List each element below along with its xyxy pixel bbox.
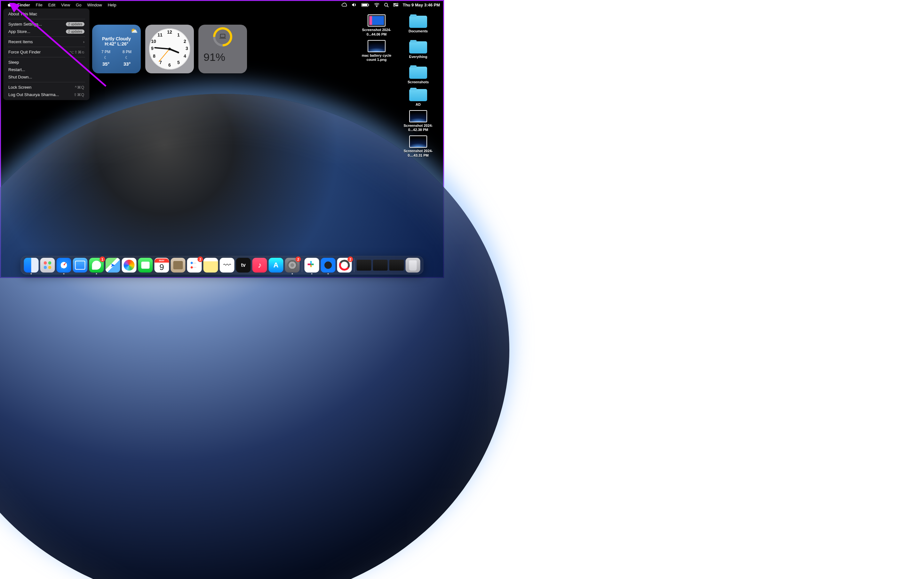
battery-widget[interactable]: 91% xyxy=(198,25,247,74)
svg-point-3 xyxy=(376,6,377,7)
screenshot-thumb-icon xyxy=(368,15,386,26)
apple-menu-item[interactable]: System Settings...2 updates xyxy=(5,21,88,28)
apple-menu-item[interactable]: Sleep xyxy=(5,59,88,66)
dock-app-messages[interactable]: 1 xyxy=(89,258,104,273)
laptop-icon xyxy=(219,34,226,40)
svg-rect-5 xyxy=(393,3,396,5)
desktop-item[interactable]: Screenshot 2024-0...42.38 PM xyxy=(399,110,437,132)
desktop-item[interactable]: mac battery cycle count 1.png xyxy=(357,40,396,62)
svg-rect-10 xyxy=(220,34,225,37)
weather-widget[interactable]: ⛅ Partly Cloudy H:42° L:26° 7 PM☾35° 8 P… xyxy=(92,25,141,74)
moon-icon: ☾ xyxy=(104,56,108,60)
dock-app-maps[interactable] xyxy=(106,258,120,273)
dock-app-settings[interactable]: 2 xyxy=(285,258,300,273)
apple-menu-item[interactable]: Shut Down... xyxy=(5,74,88,81)
desktop-item[interactable]: Screenshots xyxy=(399,65,437,85)
battery-percent: 91% xyxy=(204,51,225,64)
dock-trash[interactable] xyxy=(406,258,420,273)
dock-app-calendar[interactable]: MAY9 xyxy=(155,258,169,273)
dock-app-notes[interactable] xyxy=(204,258,218,273)
dock-app-music[interactable] xyxy=(253,258,267,273)
desktop-item[interactable]: Everything xyxy=(399,40,437,62)
apple-menu-item[interactable]: Recent Items› xyxy=(5,38,88,46)
menubar-datetime[interactable]: Thu 9 May 3:46 PM xyxy=(403,3,440,7)
dock-app-opera[interactable]: 2 xyxy=(337,258,352,273)
menu-file[interactable]: File xyxy=(33,3,46,7)
dock-app-photos[interactable] xyxy=(122,258,137,273)
dock-app-freeform[interactable] xyxy=(220,258,235,273)
dock-app-quicktime[interactable] xyxy=(321,258,336,273)
dock-minimized-window[interactable] xyxy=(357,260,372,271)
desktop-item[interactable]: Screenshot 2024-0...44.06 PM xyxy=(357,15,396,37)
dock-minimized-window[interactable] xyxy=(373,260,388,271)
dock-app-facetime[interactable] xyxy=(138,258,153,273)
folder-icon xyxy=(409,65,427,79)
apple-menu-item[interactable]: App Store...2 updates xyxy=(5,28,88,35)
control-center-icon[interactable] xyxy=(393,3,398,7)
svg-point-4 xyxy=(385,3,388,6)
moon-icon: ☾ xyxy=(125,56,129,60)
menu-bar: Finder File Edit View Go Window Help Thu… xyxy=(1,1,443,9)
dock-app-contacts[interactable] xyxy=(171,258,186,273)
svg-point-8 xyxy=(394,5,395,6)
apple-menu-button[interactable] xyxy=(4,3,15,7)
apple-menu-item[interactable]: About This Mac xyxy=(5,10,88,18)
apple-menu-item[interactable]: Lock Screen^⌘Q xyxy=(5,83,88,91)
menu-edit[interactable]: Edit xyxy=(46,3,58,7)
dock-app-reminders[interactable]: 2 xyxy=(187,258,202,273)
dock-app-finder[interactable] xyxy=(24,258,39,273)
svg-rect-2 xyxy=(368,4,369,5)
dock-app-slack[interactable] xyxy=(305,258,319,273)
dock: 1MAY9222 xyxy=(21,256,424,275)
dock-app-launchpad[interactable] xyxy=(40,258,55,273)
analog-clock-face: 12 1 2 3 4 5 6 7 8 9 10 11 xyxy=(149,28,190,69)
menu-view[interactable]: View xyxy=(58,3,73,7)
menu-help[interactable]: Help xyxy=(105,3,119,7)
screenshot-thumb-icon xyxy=(368,40,386,52)
desktop-item[interactable]: AD xyxy=(399,88,437,107)
widget-row: ⛅ Partly Cloudy H:42° L:26° 7 PM☾35° 8 P… xyxy=(92,25,247,74)
apple-menu-item[interactable]: Log Out Shaurya Sharma...⇧⌘Q xyxy=(5,91,88,98)
desktop-item[interactable]: Documents xyxy=(399,15,437,37)
dock-app-tv[interactable] xyxy=(236,258,251,273)
apple-menu-item[interactable]: Restart... xyxy=(5,66,88,74)
screenshot-thumb-icon xyxy=(409,136,427,148)
desktop-icons-grid: Screenshot 2024-0...44.06 PMDocumentsmac… xyxy=(357,15,437,158)
creative-cloud-icon[interactable] xyxy=(341,3,347,7)
menubar-app-name[interactable]: Finder xyxy=(15,3,33,7)
weather-glyph-icon: ⛅ xyxy=(130,27,138,34)
folder-icon xyxy=(409,88,427,101)
spotlight-icon[interactable] xyxy=(384,3,389,7)
battery-ring-icon xyxy=(209,25,236,50)
weather-high-low: H:42° L:26° xyxy=(95,41,138,46)
dock-app-mail[interactable] xyxy=(73,258,88,273)
volume-icon[interactable] xyxy=(352,3,357,7)
battery-icon[interactable] xyxy=(361,3,370,7)
desktop-item[interactable]: Screenshot 2024-0....43.31 PM xyxy=(399,136,437,158)
apple-menu-dropdown: About This MacSystem Settings...2 update… xyxy=(3,9,89,100)
svg-point-6 xyxy=(396,3,398,5)
apple-menu-item[interactable]: Force Quit Finder⌥⇧⌘⎋ xyxy=(5,48,88,56)
svg-rect-7 xyxy=(395,5,398,7)
wifi-icon[interactable] xyxy=(374,3,380,7)
dock-app-appstore[interactable] xyxy=(269,258,284,273)
screenshot-thumb-icon xyxy=(409,110,427,122)
dock-app-safari[interactable] xyxy=(57,258,71,273)
menu-go[interactable]: Go xyxy=(73,3,84,7)
dock-minimized-window[interactable] xyxy=(389,260,404,271)
menu-window[interactable]: Window xyxy=(84,3,104,7)
svg-rect-1 xyxy=(362,4,367,6)
clock-widget[interactable]: 12 1 2 3 4 5 6 7 8 9 10 11 xyxy=(145,25,194,74)
folder-icon xyxy=(409,15,427,28)
desktop-screen: Finder File Edit View Go Window Help Thu… xyxy=(0,0,444,278)
weather-condition: Partly Cloudy xyxy=(95,36,138,41)
folder-icon xyxy=(409,40,427,54)
